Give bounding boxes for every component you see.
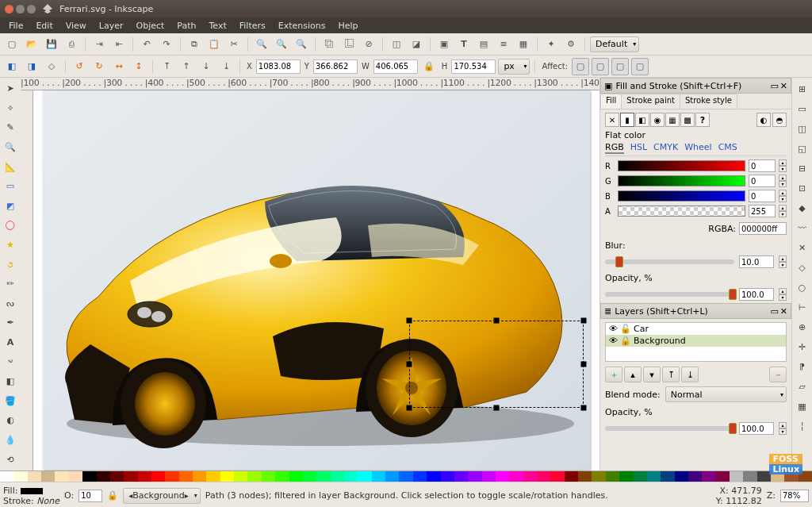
r-input[interactable] — [749, 159, 776, 172]
x-input[interactable] — [256, 60, 301, 74]
palette-swatch[interactable] — [220, 471, 234, 482]
snap-rotation-icon[interactable]: ✛ — [793, 337, 812, 356]
palette-swatch[interactable] — [509, 471, 523, 482]
palette-swatch[interactable] — [647, 471, 661, 482]
palette-swatch[interactable] — [372, 471, 385, 482]
palette-swatch[interactable] — [523, 471, 537, 482]
menu-path[interactable]: Path — [171, 19, 201, 33]
palette-swatch[interactable] — [0, 471, 13, 482]
palette-swatch[interactable] — [592, 471, 605, 482]
palette-swatch[interactable] — [179, 471, 193, 482]
panel-minimize-icon[interactable]: ▭ — [770, 306, 778, 317]
palette-swatch[interactable] — [578, 471, 592, 482]
a-slider[interactable] — [618, 205, 745, 217]
fill-stroke-header[interactable]: ▣ Fill and Stroke (Shift+Ctrl+F) ▭ ✕ — [600, 78, 791, 94]
prefs-icon[interactable]: ✦ — [542, 36, 560, 53]
layer-opacity-input[interactable] — [739, 422, 774, 435]
style-dropdown[interactable]: Default — [590, 36, 639, 52]
snap-cusp-icon[interactable]: ◇ — [793, 258, 812, 277]
palette-swatch[interactable] — [110, 471, 124, 482]
blur-spinner[interactable]: ▴▾ — [779, 255, 787, 268]
palette-swatch[interactable] — [316, 471, 330, 482]
palette-swatch[interactable] — [550, 471, 564, 482]
doc-prefs-icon[interactable]: ⚙ — [562, 36, 580, 53]
palette-swatch[interactable] — [619, 471, 633, 482]
snap-text-icon[interactable]: ⁋ — [793, 357, 812, 376]
fill-rule-nonzero-icon[interactable]: ◓ — [772, 113, 787, 127]
align-icon[interactable]: ≡ — [495, 36, 512, 53]
connector-tool-icon[interactable]: ⟲ — [1, 450, 20, 469]
lock-icon[interactable]: 🔒 — [620, 336, 631, 346]
palette-swatch[interactable] — [413, 471, 427, 482]
palette-swatch[interactable] — [275, 471, 289, 482]
palette-swatch[interactable] — [675, 471, 688, 482]
redo-icon[interactable]: ↷ — [158, 36, 175, 53]
layer-row[interactable]: 👁 🔓 Car — [606, 323, 786, 335]
palette-swatch[interactable] — [454, 471, 468, 482]
y-input[interactable] — [313, 60, 358, 74]
affect-gradient-icon[interactable]: ▢ — [611, 58, 629, 75]
select-layers-icon[interactable]: ◨ — [23, 58, 40, 75]
ellipse-tool-icon[interactable]: ◯ — [1, 216, 20, 235]
w-input[interactable] — [373, 60, 418, 74]
lock-ratio-icon[interactable]: 🔒 — [420, 58, 438, 75]
palette-swatch[interactable] — [69, 471, 82, 482]
lock-icon[interactable]: 🔓 — [620, 324, 631, 334]
cut-icon[interactable]: ✂ — [225, 36, 243, 53]
palette-swatch[interactable] — [399, 471, 412, 482]
snap-path-icon[interactable]: 〰 — [793, 218, 812, 237]
selection-handle-s[interactable] — [494, 405, 500, 411]
h-input[interactable] — [451, 60, 496, 74]
menu-edit[interactable]: Edit — [30, 19, 58, 33]
snap-center-icon[interactable]: ⊡ — [793, 179, 812, 198]
g-input[interactable] — [749, 175, 776, 187]
visibility-icon[interactable]: 👁 — [609, 336, 618, 346]
blur-input[interactable] — [739, 255, 774, 268]
palette-swatch[interactable] — [537, 471, 550, 482]
save-icon[interactable]: 💾 — [43, 36, 60, 53]
menu-file[interactable]: File — [3, 19, 29, 33]
palette-swatch[interactable] — [289, 471, 303, 482]
delete-layer-button[interactable]: － — [769, 367, 787, 382]
palette-swatch[interactable] — [496, 471, 509, 482]
snap-bbox-icon[interactable]: ▭ — [793, 99, 812, 118]
palette-swatch[interactable] — [634, 471, 647, 482]
paint-flat-icon[interactable]: ▮ — [620, 113, 634, 127]
palette-swatch[interactable] — [427, 471, 440, 482]
status-stroke-value[interactable]: None — [36, 496, 59, 506]
paint-none-icon[interactable]: ✕ — [605, 113, 619, 127]
snap-corner-icon[interactable]: ◱ — [793, 139, 812, 158]
fill-opacity-spinner[interactable]: ▴▾ — [779, 288, 787, 301]
close-window-icon[interactable] — [5, 5, 13, 13]
snap-guide-icon[interactable]: ╎ — [793, 417, 812, 436]
menu-object[interactable]: Object — [131, 19, 170, 33]
zoom-fit-icon[interactable]: 🔍 — [253, 36, 270, 53]
palette-swatch[interactable] — [206, 471, 220, 482]
palette-swatch[interactable] — [13, 471, 27, 482]
palette-swatch[interactable] — [743, 471, 756, 482]
import-icon[interactable]: ⇥ — [90, 36, 108, 53]
lock-icon[interactable]: 🔒 — [107, 490, 118, 501]
spray-tool-icon[interactable]: ༄ — [1, 352, 20, 371]
canvas-page[interactable] — [33, 90, 599, 471]
fill-stroke-icon[interactable]: ▣ — [435, 36, 453, 53]
a-input[interactable] — [749, 205, 776, 217]
status-opacity-input[interactable] — [79, 490, 102, 502]
a-spinner[interactable]: ▴▾ — [779, 205, 787, 217]
clone-icon[interactable]: ⿺ — [340, 36, 358, 53]
palette-swatch[interactable] — [41, 471, 55, 482]
palette-swatch[interactable] — [606, 471, 619, 482]
zoom-page-icon[interactable]: 🔍 — [293, 36, 310, 53]
palette-swatch[interactable] — [151, 471, 165, 482]
menu-layer[interactable]: Layer — [94, 19, 129, 33]
layer-opacity-slider[interactable] — [605, 426, 734, 431]
palette-swatch[interactable] — [482, 471, 496, 482]
selection-handle-nw[interactable] — [407, 318, 412, 324]
layers-header[interactable]: ≣ Layers (Shift+Ctrl+L) ▭ ✕ — [600, 303, 791, 319]
raise-icon[interactable]: ↑ — [178, 58, 195, 75]
paint-pattern-icon[interactable]: ▦ — [665, 113, 680, 127]
selection-handle-w[interactable] — [407, 362, 412, 367]
selection-handle-ne[interactable] — [581, 318, 587, 324]
palette-swatch[interactable] — [730, 471, 743, 482]
snap-grid-icon[interactable]: ▦ — [793, 397, 812, 416]
